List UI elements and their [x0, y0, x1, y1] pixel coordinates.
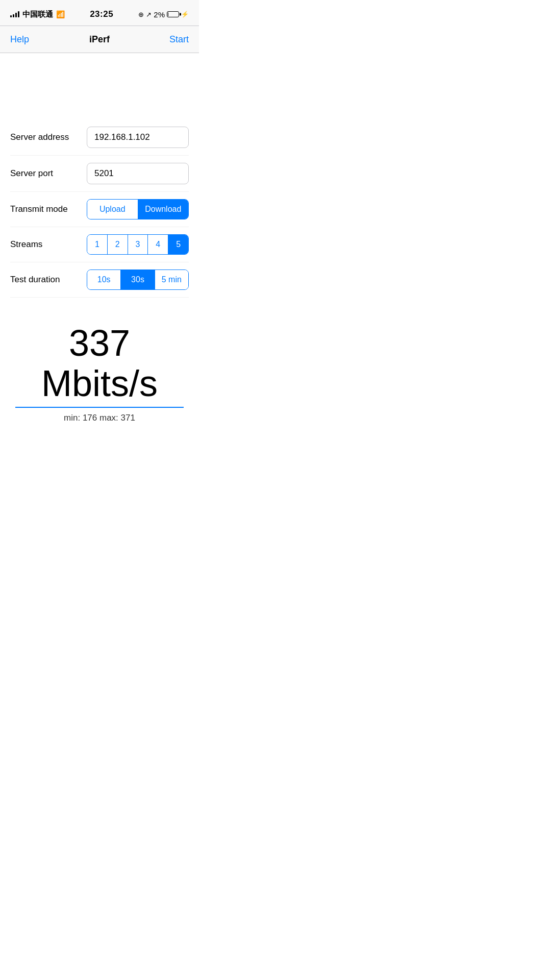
transmit-mode-label: Transmit mode	[10, 204, 68, 214]
server-port-row: Server port	[10, 156, 189, 192]
start-button[interactable]: Start	[158, 34, 189, 45]
transmit-mode-row: Transmit mode Upload Download	[10, 192, 189, 227]
server-port-input[interactable]	[87, 163, 189, 184]
result-value: 337 Mbits/s	[10, 323, 189, 404]
server-address-label: Server address	[10, 132, 69, 142]
top-spacer	[10, 53, 189, 119]
battery-icon	[167, 11, 179, 17]
stream-option-2[interactable]: 2	[107, 235, 128, 254]
streams-control: 1 2 3 4 5	[87, 234, 189, 255]
carrier-name: 中国联通	[22, 10, 53, 19]
result-minmax: min: 176 max: 371	[10, 413, 189, 423]
status-bar: 中国联通 📶 23:25 ⊕ ↗ 2% ⚡	[0, 0, 199, 26]
server-port-label: Server port	[10, 168, 53, 179]
duration-control: 10s 30s 5 min	[87, 270, 189, 290]
location-icon: ⊕	[138, 11, 144, 18]
battery-percent: 2%	[154, 10, 165, 19]
status-right: ⊕ ↗ 2% ⚡	[138, 10, 189, 19]
test-duration-label: Test duration	[10, 275, 60, 285]
duration-5min[interactable]: 5 min	[155, 270, 188, 289]
status-left: 中国联通 📶	[10, 10, 65, 19]
result-section: 337 Mbits/s min: 176 max: 371	[10, 323, 189, 438]
download-option[interactable]: Download	[138, 200, 189, 219]
duration-30s[interactable]: 30s	[120, 270, 154, 289]
wifi-icon: 📶	[56, 10, 65, 18]
help-button[interactable]: Help	[10, 34, 41, 45]
stream-option-4[interactable]: 4	[147, 235, 168, 254]
nav-bar: Help iPerf Start	[0, 26, 199, 53]
duration-10s[interactable]: 10s	[87, 270, 120, 289]
transmit-mode-control: Upload Download	[87, 199, 189, 219]
status-time: 23:25	[90, 9, 113, 19]
result-underline	[15, 407, 184, 408]
server-address-input[interactable]	[87, 127, 189, 148]
stream-option-5[interactable]: 5	[168, 235, 188, 254]
nav-title: iPerf	[89, 34, 110, 45]
streams-row: Streams 1 2 3 4 5	[10, 227, 189, 262]
charging-icon: ⚡	[181, 11, 189, 18]
stream-option-3[interactable]: 3	[128, 235, 148, 254]
server-address-row: Server address	[10, 119, 189, 156]
streams-label: Streams	[10, 239, 42, 250]
test-duration-row: Test duration 10s 30s 5 min	[10, 262, 189, 298]
arrow-icon: ↗	[146, 11, 152, 18]
main-content: Server address Server port Transmit mode…	[0, 53, 199, 438]
stream-option-1[interactable]: 1	[87, 235, 107, 254]
upload-option[interactable]: Upload	[87, 200, 138, 219]
signal-icon	[10, 11, 19, 17]
